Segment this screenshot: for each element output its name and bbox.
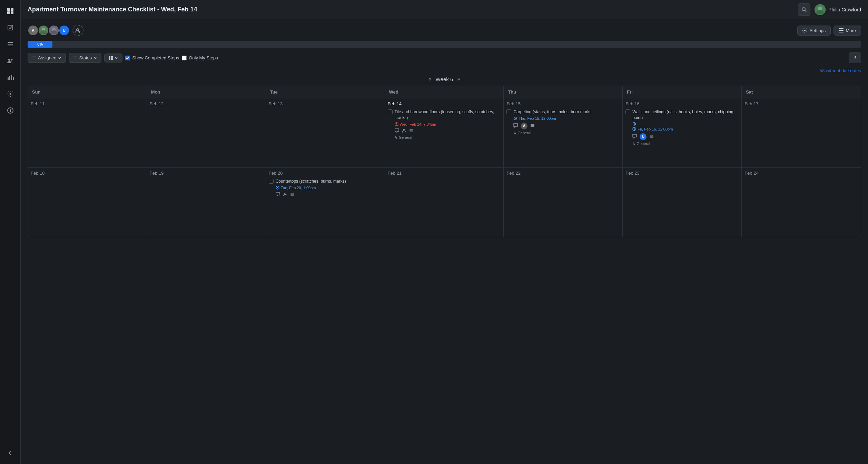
filter-bar: Assignee Status [28, 52, 861, 63]
user-profile[interactable]: Philip Crawford [815, 4, 861, 15]
task-t3-checkbox[interactable] [625, 109, 630, 114]
svg-rect-56 [531, 125, 534, 126]
sidebar-icon-back[interactable] [3, 446, 17, 460]
only-my-steps-text: Only My Steps [189, 55, 218, 60]
next-week-button[interactable]: » [457, 76, 460, 82]
status-filter[interactable]: Status [69, 53, 101, 63]
cell-feb21: Feb 21 [385, 168, 504, 237]
svg-line-71 [277, 188, 278, 188]
svg-rect-30 [839, 30, 844, 31]
task-t4-menu-icon[interactable] [290, 192, 295, 197]
task-t2-checkbox[interactable] [506, 109, 511, 114]
week-navigation: « Week 6 » [28, 76, 861, 82]
task-t1-checkbox[interactable] [388, 109, 393, 114]
task-t1-assignee-icon[interactable] [402, 128, 406, 134]
task-t3-menu-icon[interactable] [649, 134, 654, 139]
task-t1-section: General [395, 135, 501, 140]
task-t3-title: Walls and ceilings (nails, hooks, holes,… [632, 109, 739, 121]
view-chevron-icon [115, 56, 118, 60]
task-t4-actions [276, 192, 346, 197]
task-t3: Walls and ceilings (nails, hooks, holes,… [625, 109, 739, 146]
progress-label: 0% [37, 42, 43, 46]
sidebar-icon-list[interactable] [3, 37, 17, 51]
cell-feb20: Feb 20 Countertops (scratches, burns, ma… [266, 168, 385, 237]
date-feb24: Feb 24 [744, 171, 858, 176]
cell-feb11: Feb 11 [28, 98, 147, 167]
svg-point-14 [9, 93, 11, 95]
task-t4-comment-icon[interactable] [276, 192, 280, 197]
main-content: Apartment Turnover Maintenance Checklist… [21, 0, 868, 464]
team-bar: A U [28, 25, 861, 36]
cell-feb17: Feb 17 [742, 98, 861, 167]
sidebar-icon-settings[interactable] [3, 87, 17, 101]
sidebar-icon-grid[interactable] [3, 4, 17, 18]
only-my-steps-label[interactable]: Only My Steps [182, 55, 218, 60]
without-due-dates[interactable]: 58 without due dates [28, 68, 861, 73]
avatar-p[interactable] [38, 25, 49, 36]
show-completed-label[interactable]: Show Completed Steps [125, 55, 179, 60]
sidebar-icon-check[interactable] [3, 21, 17, 35]
svg-rect-13 [13, 77, 14, 80]
svg-rect-5 [8, 42, 13, 43]
add-member-button[interactable] [72, 25, 83, 36]
svg-rect-42 [111, 58, 113, 60]
svg-rect-7 [8, 46, 13, 46]
only-my-steps-checkbox[interactable] [182, 56, 187, 60]
svg-line-52 [515, 119, 516, 119]
day-header-mon: Mon [147, 86, 266, 98]
status-chevron-icon [93, 56, 97, 60]
task-t2-inner: Carpeting (stains, tears, holes, burn ma… [506, 109, 620, 135]
task-t3-actions: U [632, 133, 739, 140]
day-header-sun: Sun [28, 86, 147, 98]
task-t1-actions [395, 128, 501, 134]
collapse-icon [852, 55, 857, 60]
svg-point-18 [802, 8, 805, 11]
more-button[interactable]: More [834, 26, 861, 36]
assignee-filter[interactable]: Assignee [28, 53, 66, 63]
avatar-a[interactable]: A [28, 25, 39, 36]
collapse-button[interactable] [849, 52, 861, 63]
day-header-wed: Wed [385, 86, 504, 98]
settings-button[interactable]: Settings [797, 26, 831, 36]
calendar-body: Feb 11 Feb 12 Feb 13 Feb 14 [28, 98, 861, 237]
clock-icon-t4 [276, 186, 279, 190]
task-t4-checkbox[interactable] [269, 179, 274, 184]
day-header-tue: Tue [266, 86, 385, 98]
sidebar-icon-chart[interactable] [3, 70, 17, 84]
avatar-u[interactable]: U [59, 25, 70, 36]
task-t2-menu-icon[interactable] [530, 123, 535, 129]
cell-feb15: Feb 15 Carpeting (stains, tears, holes, … [504, 98, 623, 167]
task-t2-assignee[interactable]: A [521, 123, 527, 129]
calendar-header: Sun Mon Tue Wed Thu Fri Sat [28, 86, 861, 98]
task-t1-comment-icon[interactable] [395, 128, 399, 134]
calendar-row-2: Feb 18 Feb 19 Feb 20 Counterto [28, 168, 861, 237]
sidebar-icon-info[interactable] [3, 104, 17, 117]
prev-week-button[interactable]: « [428, 76, 432, 82]
show-completed-checkbox[interactable] [125, 56, 130, 60]
task-t1-menu-icon[interactable] [409, 128, 414, 134]
avatar-m[interactable] [48, 25, 59, 36]
task-t4-assignee-icon[interactable] [283, 192, 287, 197]
search-button[interactable] [798, 3, 810, 16]
svg-line-19 [805, 10, 806, 12]
task-t3-comment-icon[interactable] [632, 134, 637, 139]
view-toggle[interactable] [104, 54, 122, 62]
calendar-row-1: Feb 11 Feb 12 Feb 13 Feb 14 [28, 98, 861, 168]
more-icon [839, 28, 844, 33]
date-feb20: Feb 20 [269, 171, 382, 176]
date-feb18: Feb 18 [31, 171, 144, 176]
clock-icon-t3 [632, 127, 636, 131]
task-t1-inner: Tile and hardwood floors (loosening, scu… [388, 109, 501, 140]
svg-line-60 [634, 124, 635, 124]
sidebar-icon-people[interactable] [3, 54, 17, 68]
task-t2-comment-icon[interactable] [513, 123, 518, 129]
svg-rect-47 [410, 129, 413, 130]
status-filter-icon [73, 56, 77, 60]
svg-rect-57 [531, 126, 534, 127]
date-feb11: Feb 11 [31, 101, 144, 106]
cell-feb16: Feb 16 Walls and ceilings (nails, hooks,… [623, 98, 742, 167]
task-t4-due: Tue, Feb 20, 1:00pm [276, 186, 346, 190]
svg-rect-68 [650, 137, 653, 138]
task-t3-assignee[interactable]: U [640, 133, 647, 140]
svg-rect-67 [650, 136, 653, 137]
